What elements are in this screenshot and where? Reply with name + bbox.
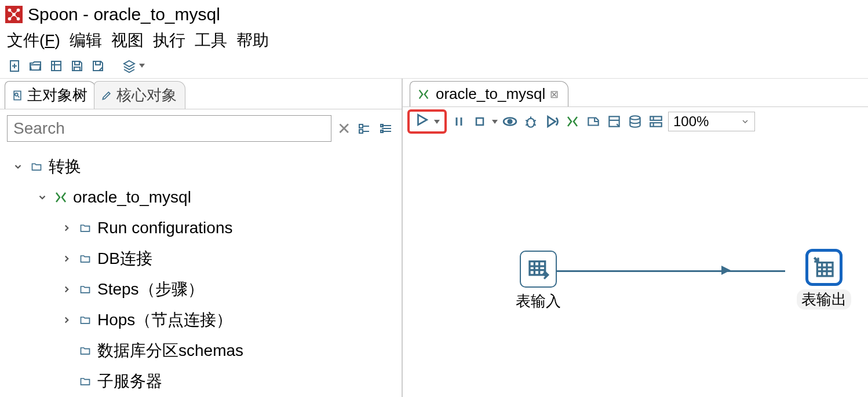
svg-rect-56 (817, 263, 833, 276)
search-row: ✕ (0, 109, 402, 148)
svg-point-20 (15, 93, 18, 95)
pencil-icon (100, 89, 113, 102)
menu-help[interactable]: 帮助 (236, 30, 269, 52)
tab-label: 核心对象 (116, 85, 177, 105)
tree-label: 子服务器 (97, 367, 162, 395)
tree-label: 转换 (49, 152, 81, 181)
menu-tools[interactable]: 工具 (195, 30, 227, 52)
stop-icon[interactable] (471, 113, 488, 130)
split-pane: 主对象树 核心对象 ✕ 转换 (0, 79, 868, 397)
sql-icon[interactable] (606, 113, 623, 130)
expand-all-icon[interactable] (356, 120, 373, 137)
menu-view[interactable]: 视图 (111, 30, 144, 52)
step-label: 表输入 (516, 291, 561, 311)
chevron-down-icon (12, 160, 24, 173)
chevron-right-icon (60, 222, 73, 234)
debug-icon[interactable] (522, 113, 539, 130)
chevron-right-icon (60, 314, 73, 326)
svg-point-37 (527, 119, 535, 127)
tree-node-run-configurations[interactable]: Run configurations (12, 212, 399, 243)
perspective-dropdown[interactable] (121, 57, 145, 75)
folder-icon (78, 222, 93, 234)
tab-main-object-tree[interactable]: 主对象树 (5, 81, 96, 109)
chevron-down-icon[interactable] (492, 120, 498, 124)
window-title: Spoon - oracle_to_mysql (28, 5, 220, 24)
pause-icon[interactable] (450, 113, 468, 130)
save-icon[interactable] (68, 57, 86, 75)
tree-label: Steps（步骤） (97, 275, 204, 303)
chevron-down-icon (139, 64, 145, 68)
left-panel: 主对象树 核心对象 ✕ 转换 (0, 79, 403, 397)
svg-rect-34 (476, 118, 483, 125)
show-results-icon[interactable] (647, 113, 665, 130)
tree-label: DB连接 (97, 244, 152, 273)
right-panel: oracle_to_mysql ⊠ 100% (403, 79, 868, 397)
svg-rect-17 (74, 67, 80, 71)
folder-icon (78, 252, 93, 265)
impact-icon[interactable] (585, 113, 602, 130)
transformation-canvas[interactable]: 表输入 表输出 (403, 136, 868, 397)
svg-rect-47 (650, 116, 662, 120)
object-tree: 转换 oracle_to_mysql Run configurations DB… (0, 148, 402, 397)
tree-label: oracle_to_mysql (73, 183, 191, 211)
folder-icon (78, 375, 93, 388)
tree-node-partition-schemas[interactable]: 数据库分区schemas (12, 335, 399, 366)
collapse-all-icon[interactable] (378, 120, 395, 137)
svg-rect-23 (359, 130, 363, 133)
hop-connector[interactable] (553, 270, 785, 272)
close-icon[interactable]: ⊠ (550, 88, 559, 101)
zoom-select[interactable]: 100% (668, 112, 755, 131)
tree-label: Run configurations (97, 214, 232, 242)
svg-point-36 (508, 120, 512, 124)
svg-rect-18 (96, 61, 100, 65)
save-as-icon[interactable] (89, 57, 107, 75)
svg-rect-48 (650, 123, 662, 127)
menu-bar: 文件(F) 编辑 视图 执行 工具 帮助 (0, 28, 868, 53)
layers-icon (121, 57, 138, 75)
chevron-down-icon (434, 120, 440, 124)
replay-icon[interactable] (543, 113, 560, 130)
open-file-icon[interactable] (27, 57, 44, 75)
new-file-icon[interactable] (6, 57, 23, 75)
transformation-icon (416, 87, 431, 102)
folder-icon (78, 314, 93, 326)
tab-core-objects[interactable]: 核心对象 (94, 81, 185, 109)
step-icon-box (520, 251, 557, 288)
search-input[interactable] (7, 115, 331, 142)
tree-node-transformations[interactable]: 转换 (12, 151, 399, 182)
tree-node-steps[interactable]: Steps（步骤） (12, 274, 399, 304)
svg-rect-13 (52, 61, 61, 71)
step-label: 表输出 (797, 289, 851, 310)
menu-file[interactable]: 文件(F) (7, 30, 60, 52)
menu-edit[interactable]: 编辑 (70, 30, 102, 52)
tab-label: 主对象树 (27, 85, 87, 105)
preview-icon[interactable] (501, 113, 519, 130)
svg-rect-22 (359, 124, 363, 128)
pentaho-spoon-icon (5, 5, 23, 24)
explore-repo-icon[interactable] (48, 57, 65, 75)
step-table-input[interactable]: 表输入 (516, 251, 561, 311)
tree-node-hops[interactable]: Hops（节点连接） (12, 304, 399, 335)
tree-node-db-connections[interactable]: DB连接 (12, 243, 399, 274)
tree-node-oracle-to-mysql[interactable]: oracle_to_mysql (12, 182, 399, 212)
editor-tabs: oracle_to_mysql ⊠ (403, 79, 868, 107)
run-button-group[interactable] (407, 109, 447, 134)
search-clear-icon[interactable]: ✕ (337, 119, 351, 138)
editor-tab-oracle-to-mysql[interactable]: oracle_to_mysql ⊠ (410, 81, 568, 106)
zoom-value: 100% (673, 113, 709, 130)
tree-node-slave-servers[interactable]: 子服务器 (12, 366, 399, 396)
svg-point-46 (630, 116, 640, 120)
editor-tab-label: oracle_to_mysql (436, 85, 545, 103)
database-explore-icon[interactable] (626, 113, 644, 130)
document-icon (11, 89, 24, 102)
chevron-down-icon (36, 191, 49, 204)
play-icon (414, 112, 429, 131)
svg-marker-43 (548, 116, 556, 126)
verify-icon[interactable] (564, 113, 581, 130)
step-icon-box (805, 249, 843, 286)
svg-rect-51 (530, 262, 545, 275)
menu-run[interactable]: 执行 (153, 30, 185, 52)
step-table-output[interactable]: 表输出 (797, 249, 851, 310)
folder-icon (78, 344, 93, 357)
tree-label: Hops（节点连接） (97, 306, 232, 334)
